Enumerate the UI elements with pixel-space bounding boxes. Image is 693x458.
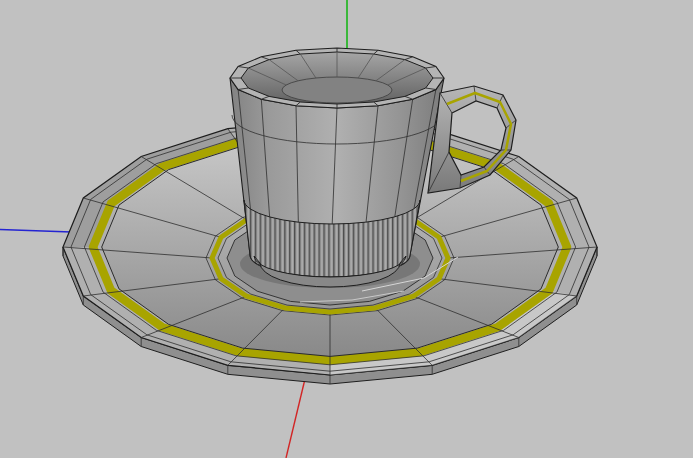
3d-viewport[interactable] — [0, 0, 693, 458]
cup-rim — [230, 48, 444, 108]
viewport-canvas[interactable] — [0, 0, 693, 458]
cup-interior-floor — [282, 77, 392, 103]
